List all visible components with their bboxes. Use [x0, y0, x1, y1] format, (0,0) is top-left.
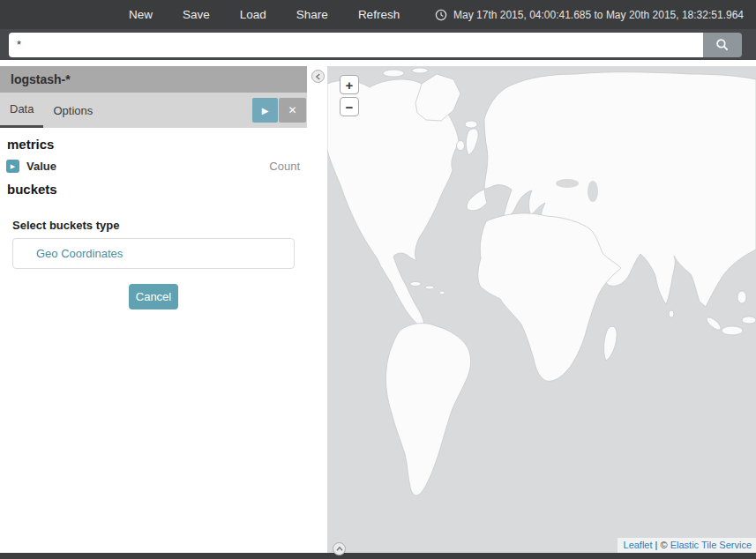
metrics-heading: metrics [7, 137, 307, 152]
bucket-select-label: Select buckets type [12, 219, 307, 232]
tabs-bar: Data Options ▶ ✕ [0, 93, 307, 128]
close-button[interactable]: ✕ [279, 98, 306, 123]
search-button[interactable] [703, 33, 742, 57]
apply-button[interactable]: ▶ [252, 98, 278, 123]
scroll-top-button[interactable] [333, 542, 346, 555]
search-bar [0, 29, 756, 60]
map-container[interactable]: + − Leaflet | © Elastic Tile Service [327, 66, 756, 553]
nav-share[interactable]: Share [296, 8, 328, 21]
bucket-type-option[interactable]: Geo Coordinates [12, 238, 295, 269]
nav-new[interactable]: New [129, 8, 153, 21]
nav-load[interactable]: Load [240, 8, 266, 21]
metric-row[interactable]: ▶ Value Count [6, 160, 300, 173]
top-navbar: New Save Load Share Refresh May 17th 201… [0, 0, 756, 29]
world-map [327, 66, 756, 553]
tab-data[interactable]: Data [0, 93, 43, 128]
zoom-out-button[interactable]: − [340, 97, 359, 116]
sidebar: logstash-* Data Options ▶ ✕ metrics ▶ Va… [0, 66, 307, 553]
close-icon: ✕ [288, 104, 296, 116]
time-range-label: May 17th 2015, 04:00:41.685 to May 20th … [453, 9, 744, 21]
main-menu: New Save Load Share Refresh [129, 8, 400, 21]
chevron-right-icon[interactable]: ▶ [6, 160, 19, 173]
attribution-separator: | © [653, 540, 670, 550]
tile-service-link[interactable]: Elastic Tile Service [670, 540, 752, 550]
zoom-in-button[interactable]: + [340, 75, 359, 94]
tab-actions: ▶ ✕ [252, 93, 307, 128]
time-picker[interactable]: May 17th 2015, 04:00:41.685 to May 20th … [435, 9, 756, 21]
search-input[interactable] [9, 33, 703, 57]
leaflet-link[interactable]: Leaflet [624, 540, 653, 550]
nav-refresh[interactable]: Refresh [358, 8, 400, 21]
footer-bar [0, 553, 756, 559]
zoom-control: + − [340, 75, 359, 116]
nav-save[interactable]: Save [183, 8, 210, 21]
play-icon: ▶ [262, 106, 269, 116]
tab-options[interactable]: Options [43, 93, 102, 128]
map-attribution: Leaflet | © Elastic Tile Service [618, 538, 756, 553]
chevron-left-icon [315, 73, 321, 80]
clock-icon [435, 9, 447, 21]
buckets-heading: buckets [7, 182, 307, 197]
metric-value: Count [269, 160, 300, 173]
chevron-up-icon [336, 546, 343, 552]
metric-label: Value [26, 160, 56, 173]
search-icon [715, 38, 730, 52]
sidebar-collapse-button[interactable] [311, 70, 325, 83]
cancel-button[interactable]: Cancel [129, 284, 178, 309]
index-pattern-label: logstash-* [0, 66, 307, 93]
